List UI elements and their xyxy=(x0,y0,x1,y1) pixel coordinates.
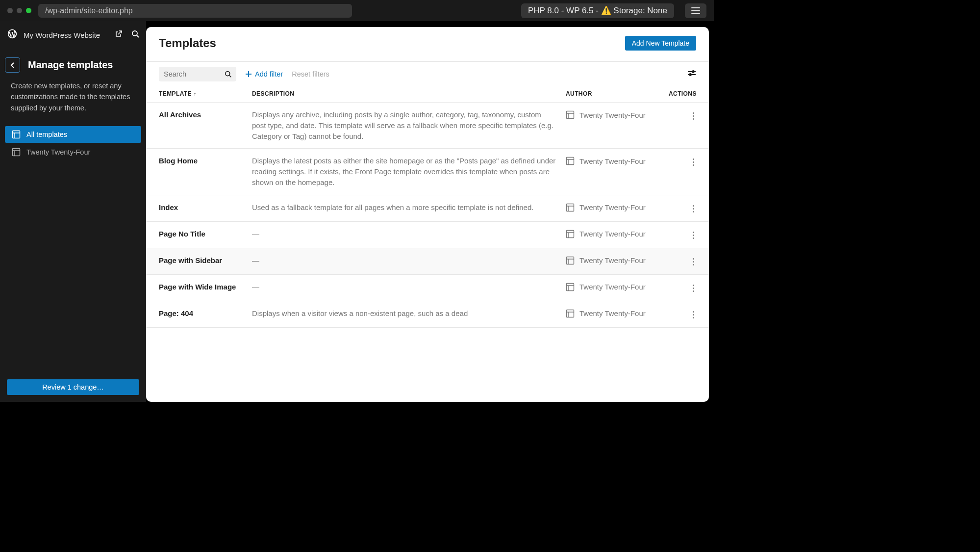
template-name: Blog Home xyxy=(159,156,242,165)
column-header-actions: ACTIONS xyxy=(669,90,696,97)
hamburger-icon xyxy=(691,7,700,14)
table-header: TEMPLATE ↑ DESCRIPTION AUTHOR ACTIONS xyxy=(146,86,709,103)
templates-table: TEMPLATE ↑ DESCRIPTION AUTHOR ACTIONS Al… xyxy=(146,86,709,328)
page-title: Templates xyxy=(159,36,216,50)
table-row[interactable]: Page with Sidebar — Twenty Twenty-Four xyxy=(146,248,709,275)
svg-point-10 xyxy=(225,72,229,76)
wordpress-logo-icon[interactable] xyxy=(7,28,18,41)
external-link-icon[interactable] xyxy=(115,30,123,40)
reset-filters-button[interactable]: Reset filters xyxy=(292,70,329,78)
svg-rect-4 xyxy=(13,131,20,138)
svg-rect-17 xyxy=(567,111,574,119)
layout-icon xyxy=(566,283,575,291)
template-name: Page with Sidebar xyxy=(159,255,242,264)
template-author: Twenty Twenty-Four xyxy=(566,109,659,119)
sidebar: My WordPress Website Manage templates Cr… xyxy=(0,21,146,402)
sidebar-description: Create new templates, or reset any custo… xyxy=(0,78,146,117)
template-author: Twenty Twenty-Four xyxy=(566,255,659,265)
search-icon xyxy=(225,70,231,78)
template-description: — xyxy=(252,229,556,239)
template-description: Used as a fallback template for all page… xyxy=(252,202,556,213)
review-changes-button[interactable]: Review 1 change… xyxy=(7,379,139,395)
row-actions-menu[interactable] xyxy=(691,283,696,294)
row-actions-menu[interactable] xyxy=(691,230,696,241)
layout-icon xyxy=(566,309,575,318)
table-row[interactable]: Index Used as a fallback template for al… xyxy=(146,195,709,222)
sidebar-item-label: All templates xyxy=(26,131,67,138)
layout-icon xyxy=(566,157,575,165)
sidebar-top: My WordPress Website xyxy=(0,21,146,49)
template-author: Twenty Twenty-Four xyxy=(566,229,659,238)
row-actions-menu[interactable] xyxy=(691,256,696,267)
table-row[interactable]: Page No Title — Twenty Twenty-Four xyxy=(146,222,709,248)
table-row[interactable]: Page with Wide Image — Twenty Twenty-Fou… xyxy=(146,275,709,301)
url-bar[interactable]: /wp-admin/site-editor.php xyxy=(38,4,352,18)
template-description: Displays the latest posts as either the … xyxy=(252,156,556,187)
layout-icon xyxy=(566,230,575,238)
minimize-dot[interactable] xyxy=(17,8,22,13)
chevron-left-icon xyxy=(10,62,15,68)
svg-rect-20 xyxy=(567,158,574,165)
search-icon[interactable] xyxy=(131,30,139,40)
sidebar-item-all-templates[interactable]: All templates xyxy=(5,126,141,143)
add-filter-button[interactable]: Add filter xyxy=(245,70,283,78)
site-title: My WordPress Website xyxy=(24,31,109,39)
row-actions-menu[interactable] xyxy=(691,309,696,320)
row-actions-menu[interactable] xyxy=(691,157,696,168)
layout-icon xyxy=(566,203,575,212)
url-text: /wp-admin/site-editor.php xyxy=(45,6,133,15)
svg-rect-23 xyxy=(567,204,574,211)
maximize-dot[interactable] xyxy=(26,8,31,13)
svg-point-3 xyxy=(132,31,137,36)
search-field[interactable] xyxy=(164,70,225,78)
template-description: Displays when a visitor views a non-exis… xyxy=(252,308,556,319)
add-new-template-button[interactable]: Add New Template xyxy=(625,36,696,51)
template-name: All Archives xyxy=(159,109,242,119)
layout-icon xyxy=(566,256,575,265)
table-row[interactable]: All Archives Displays any archive, inclu… xyxy=(146,103,709,149)
svg-rect-7 xyxy=(13,149,20,156)
template-description: — xyxy=(252,282,556,292)
content-panel: Templates Add New Template Add filter Re… xyxy=(146,27,709,402)
svg-point-16 xyxy=(689,74,691,76)
row-actions-menu[interactable] xyxy=(691,203,696,214)
status-text: PHP 8.0 - WP 6.5 - ⚠️ Storage: None xyxy=(528,5,667,16)
template-name: Page: 404 xyxy=(159,308,242,317)
table-row[interactable]: Blog Home Displays the latest posts as e… xyxy=(146,149,709,195)
template-author: Twenty Twenty-Four xyxy=(566,308,659,318)
sliders-icon xyxy=(687,70,696,77)
sidebar-item-theme[interactable]: Twenty Twenty-Four xyxy=(5,144,141,160)
svg-point-14 xyxy=(692,71,694,73)
template-author: Twenty Twenty-Four xyxy=(566,156,659,165)
template-name: Index xyxy=(159,202,242,211)
svg-rect-35 xyxy=(567,310,574,317)
sidebar-heading: Manage templates xyxy=(28,59,113,71)
browser-bar: /wp-admin/site-editor.php PHP 8.0 - WP 6… xyxy=(0,0,714,21)
template-name: Page No Title xyxy=(159,229,242,238)
template-name: Page with Wide Image xyxy=(159,282,242,291)
template-description: Displays any archive, including posts by… xyxy=(252,109,556,141)
sidebar-item-label: Twenty Twenty-Four xyxy=(26,148,90,156)
hamburger-menu[interactable] xyxy=(685,3,706,18)
layout-icon xyxy=(566,110,575,119)
view-options-button[interactable] xyxy=(687,70,696,79)
plus-icon xyxy=(245,71,252,78)
search-input[interactable] xyxy=(159,67,236,81)
window-controls xyxy=(7,8,31,13)
svg-rect-29 xyxy=(567,257,574,264)
template-author: Twenty Twenty-Four xyxy=(566,282,659,291)
column-header-template[interactable]: TEMPLATE ↑ xyxy=(159,90,242,97)
row-actions-menu[interactable] xyxy=(691,110,696,122)
close-dot[interactable] xyxy=(7,8,13,13)
table-row[interactable]: Page: 404 Displays when a visitor views … xyxy=(146,301,709,328)
column-header-author[interactable]: AUTHOR xyxy=(566,90,659,97)
environment-status: PHP 8.0 - WP 6.5 - ⚠️ Storage: None xyxy=(521,3,674,18)
template-description: — xyxy=(252,255,556,266)
layout-icon xyxy=(12,130,21,139)
back-button[interactable] xyxy=(5,57,20,73)
column-header-description[interactable]: DESCRIPTION xyxy=(252,90,556,97)
svg-rect-26 xyxy=(567,230,574,237)
sort-arrow-up-icon: ↑ xyxy=(194,91,197,97)
layout-icon xyxy=(12,148,21,157)
template-author: Twenty Twenty-Four xyxy=(566,202,659,212)
